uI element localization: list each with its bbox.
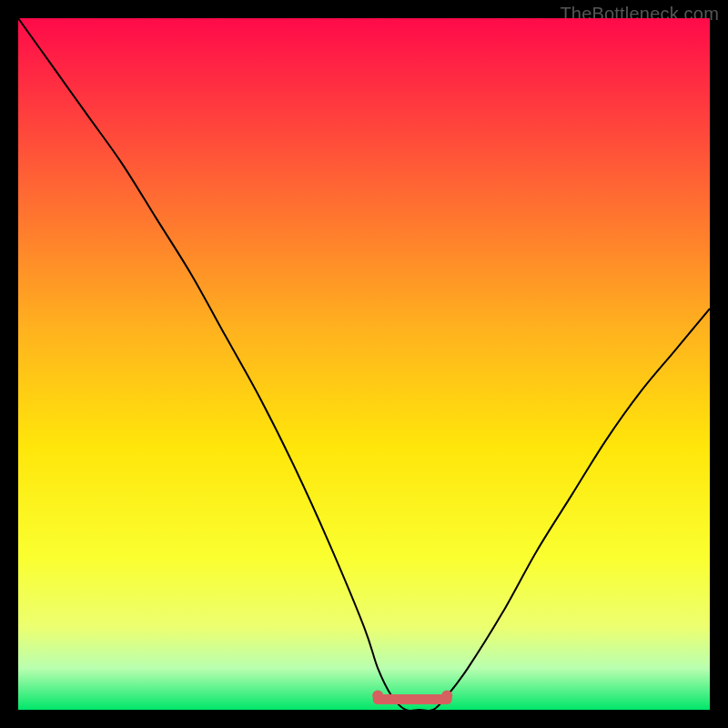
chart-container: TheBottleneck.com [0, 0, 728, 728]
plot-area [18, 18, 710, 710]
gradient-background [18, 18, 710, 710]
svg-point-1 [372, 691, 383, 702]
bottleneck-chart [18, 18, 710, 710]
svg-point-2 [441, 691, 452, 702]
